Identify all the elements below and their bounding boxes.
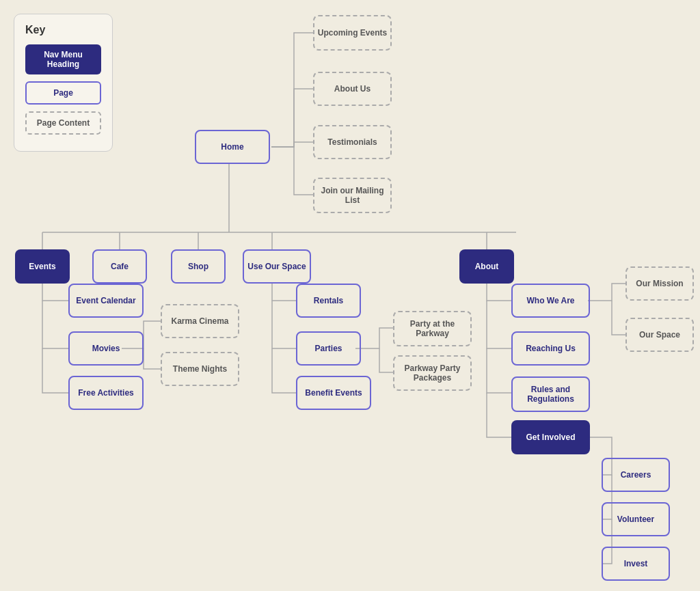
node-parkway-party-packages: Parkway Party Packages [393,355,472,391]
node-testimonials: Testimonials [313,125,392,159]
node-reaching-us: Reaching Us [511,331,590,366]
node-about: About [459,249,514,284]
node-use-our-space: Use Our Space [243,249,311,284]
node-rentals: Rentals [296,284,361,318]
key-title: Key [25,24,101,36]
node-karma-cinema: Karma Cinema [161,304,239,338]
node-theme-nights: Theme Nights [161,352,239,386]
key-box: Key Nav Menu Heading Page Page Content [14,14,113,152]
node-our-mission: Our Mission [625,266,694,301]
node-party-at-parkway: Party at the Parkway [393,311,472,346]
node-invest: Invest [602,547,670,581]
node-upcoming-events: Upcoming Events [313,15,392,51]
node-home: Home [195,130,270,164]
node-shop: Shop [171,249,226,284]
node-mailing-list: Join our Mailing List [313,178,392,213]
node-event-calendar: Event Calendar [68,284,144,318]
node-rules-regulations: Rules and Regulations [511,376,590,412]
node-parties: Parties [296,331,361,366]
node-movies: Movies [68,331,144,366]
node-our-space: Our Space [625,318,694,352]
node-who-we-are: Who We Are [511,284,590,318]
node-about-us: About Us [313,72,392,106]
node-free-activities: Free Activities [68,376,144,410]
key-content-item: Page Content [25,111,101,135]
node-cafe: Cafe [92,249,147,284]
node-benefit-events: Benefit Events [296,376,371,410]
node-events: Events [15,249,70,284]
key-nav-item: Nav Menu Heading [25,44,101,74]
diagram-container: Key Nav Menu Heading Page Page Content [0,0,700,591]
node-careers: Careers [602,458,670,492]
node-volunteer: Volunteer [602,502,670,536]
key-page-item: Page [25,81,101,105]
node-get-involved: Get Involved [511,420,590,454]
